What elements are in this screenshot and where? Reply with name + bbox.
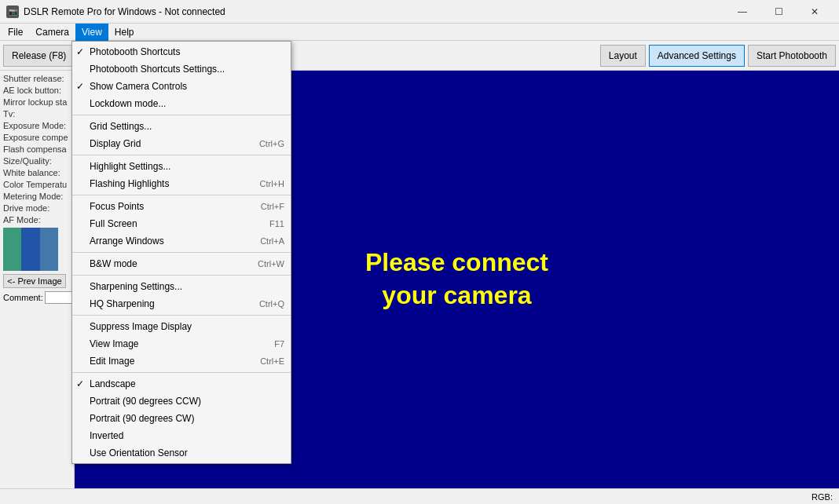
menu-item-label: Sharpening Settings... xyxy=(90,281,182,292)
minimize-button[interactable]: — xyxy=(724,0,760,24)
menu-item-label: Suppress Image Display xyxy=(90,321,192,332)
menu-camera[interactable]: Camera xyxy=(29,24,75,41)
menu-item-grid-settings[interactable]: Grid Settings... xyxy=(72,118,291,135)
layout-button[interactable]: Layout xyxy=(600,45,646,67)
menu-item-label: Focus Points xyxy=(90,201,144,212)
metering-mode-row: Metering Mode: xyxy=(3,192,71,201)
menu-item-bw-mode[interactable]: B&W modeCtrl+W xyxy=(72,255,291,272)
menu-item-label: Show Camera Controls xyxy=(90,81,187,92)
menu-file[interactable]: File xyxy=(2,24,29,41)
menu-item-portrait-cw[interactable]: Portrait (90 degrees CW) xyxy=(72,410,291,427)
menu-item-hq-sharpening[interactable]: HQ SharpeningCtrl+Q xyxy=(72,295,291,312)
comment-input[interactable] xyxy=(45,291,75,304)
shutter-release-row: Shutter release: xyxy=(3,74,71,83)
menu-item-shortcut: Ctrl+E xyxy=(244,356,284,366)
white-balance-row: White balance: xyxy=(3,168,71,177)
thumbnail-preview xyxy=(3,228,58,271)
menu-item-label: Photobooth Shortcuts xyxy=(90,46,180,57)
sidebar: Shutter release: AE lock button: Mirror … xyxy=(0,71,75,488)
flash-comp-row: Flash compensa xyxy=(3,144,71,154)
status-bar: RGB: xyxy=(0,488,839,504)
menu-item-use-orientation-sensor[interactable]: Use Orientation Sensor xyxy=(72,444,291,462)
menu-item-label: Flashing Highlights xyxy=(90,178,169,189)
menu-item-label: B&W mode xyxy=(90,258,137,269)
menu-item-label: Display Grid xyxy=(90,138,141,149)
title-bar-controls: — ☐ ✕ xyxy=(724,0,833,24)
menu-item-sharpening-settings[interactable]: Sharpening Settings... xyxy=(72,278,291,295)
view-dropdown-overlay: ✓Photobooth ShortcutsPhotobooth Shortcut… xyxy=(71,41,291,464)
menu-item-full-screen[interactable]: Full ScreenF11 xyxy=(72,215,291,232)
close-button[interactable]: ✕ xyxy=(797,0,833,24)
title-bar: 📷 DSLR Remote Pro for Windows - Not conn… xyxy=(0,0,839,24)
menu-item-arrange-windows[interactable]: Arrange WindowsCtrl+A xyxy=(72,232,291,250)
exposure-mode-row: Exposure Mode: xyxy=(3,121,71,130)
menu-item-label: Portrait (90 degrees CW) xyxy=(90,413,194,424)
drive-mode-row: Drive mode: xyxy=(3,203,71,213)
menu-item-portrait-ccw[interactable]: Portrait (90 degrees CCW) xyxy=(72,393,291,410)
menu-item-label: Landscape xyxy=(90,378,136,389)
menu-separator xyxy=(72,275,291,276)
menu-item-landscape[interactable]: ✓Landscape xyxy=(72,375,291,393)
comment-label: Comment: xyxy=(3,293,43,302)
check-icon: ✓ xyxy=(76,46,84,57)
comment-row: Comment: xyxy=(3,291,71,304)
ae-lock-row: AE lock button: xyxy=(3,86,71,95)
menu-item-suppress-image-display[interactable]: Suppress Image Display xyxy=(72,318,291,335)
size-quality-row: Size/Quality: xyxy=(3,156,71,166)
exposure-mode-label: Exposure Mode: xyxy=(3,121,66,130)
menu-item-label: Grid Settings... xyxy=(90,121,152,132)
menu-item-label: Highlight Settings... xyxy=(90,161,170,172)
menu-item-view-image[interactable]: View ImageF7 xyxy=(72,335,291,352)
af-mode-label: AF Mode: xyxy=(3,215,41,225)
menu-item-lockdown-mode[interactable]: Lockdown mode... xyxy=(72,95,291,112)
menu-bar: File Camera View Help xyxy=(0,24,839,41)
menu-item-shortcut: Ctrl+H xyxy=(244,179,284,188)
white-balance-label: White balance: xyxy=(3,168,60,177)
menu-separator xyxy=(72,115,291,115)
drive-mode-label: Drive mode: xyxy=(3,203,49,213)
menu-item-photobooth-shortcuts-settings[interactable]: Photobooth Shortcuts Settings... xyxy=(72,60,291,78)
menu-item-label: Arrange Windows xyxy=(90,236,164,247)
menu-item-label: Photobooth Shortcuts Settings... xyxy=(90,64,225,75)
menu-item-label: Edit Image xyxy=(90,356,134,367)
check-icon: ✓ xyxy=(76,81,84,92)
tv-label: Tv: xyxy=(3,109,15,119)
menu-view[interactable]: View xyxy=(75,24,108,41)
app-icon: 📷 xyxy=(6,5,19,18)
menu-item-shortcut: F11 xyxy=(254,219,284,228)
view-dropdown-menu: ✓Photobooth ShortcutsPhotobooth Shortcut… xyxy=(71,41,291,464)
menu-item-shortcut: Ctrl+A xyxy=(244,236,284,246)
advanced-settings-button[interactable]: Advanced Settings xyxy=(649,45,745,67)
menu-item-edit-image[interactable]: Edit ImageCtrl+E xyxy=(72,352,291,370)
menu-separator xyxy=(72,155,291,155)
menu-item-label: View Image xyxy=(90,338,138,349)
menu-item-highlight-settings[interactable]: Highlight Settings... xyxy=(72,158,291,175)
prev-image-button[interactable]: <- Prev Image xyxy=(3,274,66,288)
menu-item-inverted[interactable]: Inverted xyxy=(72,427,291,444)
thumb-col2 xyxy=(21,228,39,271)
maximize-button[interactable]: ☐ xyxy=(760,0,797,24)
check-icon: ✓ xyxy=(76,378,84,389)
exposure-comp-row: Exposure compe xyxy=(3,133,71,142)
menu-separator xyxy=(72,195,291,195)
menu-item-photobooth-shortcuts[interactable]: ✓Photobooth Shortcuts xyxy=(72,43,291,60)
menu-item-shortcut: F7 xyxy=(258,339,284,349)
title-bar-left: 📷 DSLR Remote Pro for Windows - Not conn… xyxy=(6,5,225,18)
mirror-lock-row: Mirror lockup sta xyxy=(3,97,71,107)
metering-mode-label: Metering Mode: xyxy=(3,192,63,201)
menu-separator xyxy=(72,372,291,373)
start-photobooth-button[interactable]: Start Photobooth xyxy=(748,45,836,67)
menu-item-display-grid[interactable]: Display GridCtrl+G xyxy=(72,135,291,152)
mirror-lock-label: Mirror lockup sta xyxy=(3,97,67,107)
color-temp-label: Color Temperatu xyxy=(3,180,67,189)
menu-item-label: Full Screen xyxy=(90,218,137,229)
menu-item-focus-points[interactable]: Focus PointsCtrl+F xyxy=(72,198,291,215)
menu-item-label: Lockdown mode... xyxy=(90,98,166,109)
release-button[interactable]: Release (F8) xyxy=(3,45,75,67)
menu-help[interactable]: Help xyxy=(108,24,141,41)
menu-item-show-camera-controls[interactable]: ✓Show Camera Controls xyxy=(72,78,291,95)
thumb-col3 xyxy=(40,228,58,271)
af-mode-row: AF Mode: xyxy=(3,215,71,225)
menu-item-flashing-highlights[interactable]: Flashing HighlightsCtrl+H xyxy=(72,175,291,192)
menu-separator xyxy=(72,252,291,253)
